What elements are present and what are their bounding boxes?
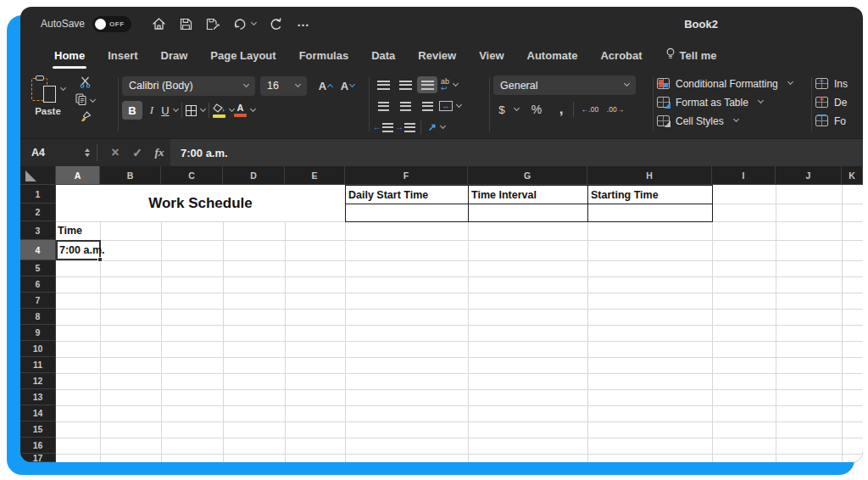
- increase-font-size-button[interactable]: A: [314, 76, 337, 95]
- paste-button[interactable]: [31, 75, 65, 103]
- column-header-j[interactable]: J: [776, 166, 842, 185]
- align-top-button[interactable]: [373, 76, 393, 93]
- decrease-decimal-button[interactable]: .00→: [603, 100, 628, 119]
- increase-indent-button[interactable]: →: [395, 119, 415, 136]
- name-box-spinner[interactable]: [85, 148, 95, 157]
- column-header-d[interactable]: D: [223, 166, 285, 185]
- font-name-select[interactable]: Calibri (Body): [122, 76, 255, 96]
- row-header-11[interactable]: 11: [20, 357, 56, 373]
- tab-formulas[interactable]: Formulas: [299, 49, 349, 62]
- undo-icon[interactable]: [233, 18, 256, 31]
- align-right-button[interactable]: [417, 98, 437, 114]
- row-header-10[interactable]: 10: [20, 341, 56, 357]
- fill-handle[interactable]: [97, 257, 103, 262]
- percent-button[interactable]: %: [526, 100, 548, 119]
- copy-button[interactable]: [75, 94, 95, 108]
- format-cells-button[interactable]: Fo: [815, 114, 863, 127]
- tab-view[interactable]: View: [479, 49, 504, 62]
- save-as-icon[interactable]: [206, 18, 220, 31]
- copy-dropdown-chevron[interactable]: [90, 96, 96, 102]
- column-header-g[interactable]: G: [468, 166, 587, 185]
- align-left-button[interactable]: [373, 98, 393, 114]
- align-middle-button[interactable]: [395, 76, 415, 93]
- column-header-b[interactable]: B: [100, 166, 161, 185]
- cell-f2[interactable]: [345, 204, 469, 222]
- row-header-6[interactable]: 6: [20, 276, 56, 293]
- delete-cells-button[interactable]: × De: [815, 96, 863, 109]
- select-all-corner[interactable]: [20, 166, 56, 185]
- row-header-5[interactable]: 5: [20, 260, 56, 276]
- font-color-button[interactable]: A: [234, 101, 255, 120]
- tab-automate[interactable]: Automate: [527, 49, 578, 62]
- paste-dropdown-chevron[interactable]: [60, 85, 66, 91]
- decrease-font-size-button[interactable]: A: [337, 76, 359, 95]
- column-header-i[interactable]: I: [712, 166, 776, 185]
- format-as-table-button[interactable]: Format as Table: [657, 96, 808, 109]
- fill-color-button[interactable]: [213, 101, 234, 120]
- orientation-button[interactable]: ↗: [426, 119, 447, 136]
- tab-review[interactable]: Review: [418, 49, 456, 62]
- tab-home[interactable]: Home: [54, 49, 85, 62]
- row-header-8[interactable]: 8: [20, 309, 56, 325]
- increase-decimal-button[interactable]: ←.00: [577, 100, 603, 119]
- undo-dropdown-chevron[interactable]: [251, 19, 257, 25]
- tab-page-layout[interactable]: Page Layout: [210, 49, 275, 62]
- enter-icon[interactable]: ✓: [126, 146, 148, 159]
- formula-input[interactable]: 7:00 a.m.: [170, 139, 863, 166]
- cell-a4-selected[interactable]: 7:00 a.m.: [56, 240, 101, 260]
- merge-center-button[interactable]: ↔: [439, 98, 461, 114]
- row-header-13[interactable]: 13: [20, 389, 56, 405]
- insert-function-icon[interactable]: fx: [148, 146, 170, 159]
- tab-tell-me[interactable]: Tell me: [665, 47, 717, 63]
- format-painter-button[interactable]: [75, 111, 95, 125]
- column-header-e[interactable]: E: [285, 166, 345, 185]
- row-header-1[interactable]: 1: [20, 185, 56, 204]
- cell-a3-time-label[interactable]: Time: [56, 221, 100, 240]
- save-icon[interactable]: [180, 18, 192, 31]
- decrease-indent-button[interactable]: ←: [373, 119, 393, 136]
- column-header-a[interactable]: A: [56, 166, 100, 185]
- cell-g1-time-interval[interactable]: Time Interval: [468, 185, 588, 204]
- underline-button[interactable]: U: [161, 101, 178, 120]
- cell-styles-button[interactable]: Cell Styles: [657, 114, 808, 127]
- tab-draw[interactable]: Draw: [161, 49, 188, 62]
- tab-data[interactable]: Data: [371, 49, 395, 62]
- row-header-15[interactable]: 15: [20, 421, 56, 438]
- tab-insert[interactable]: Insert: [108, 49, 137, 62]
- overflow-icon[interactable]: …: [297, 14, 310, 29]
- italic-button[interactable]: I: [142, 101, 161, 120]
- row-header-16[interactable]: 16: [20, 438, 56, 454]
- borders-button[interactable]: [186, 101, 205, 120]
- insert-cells-button[interactable]: ← Ins: [815, 77, 863, 90]
- cell-f1-daily-start-time[interactable]: Daily Start Time: [345, 185, 469, 204]
- column-header-k[interactable]: K: [842, 166, 863, 185]
- autosave-toggle[interactable]: OFF: [92, 16, 131, 32]
- redo-icon[interactable]: [270, 18, 283, 31]
- align-center-button[interactable]: [395, 98, 415, 114]
- wrap-text-button[interactable]: ab↩: [439, 76, 459, 93]
- cancel-icon[interactable]: ×: [104, 145, 126, 160]
- row-header-4[interactable]: 4: [20, 240, 56, 260]
- row-header-12[interactable]: 12: [20, 373, 56, 389]
- column-header-c[interactable]: C: [161, 166, 223, 185]
- column-header-f[interactable]: F: [345, 166, 468, 185]
- column-header-h[interactable]: H: [587, 166, 712, 185]
- home-icon[interactable]: [152, 17, 166, 31]
- row-header-9[interactable]: 9: [20, 325, 56, 341]
- cell-h1-starting-time[interactable]: Starting Time: [587, 185, 713, 204]
- cell-g2[interactable]: [468, 204, 588, 222]
- row-header-7[interactable]: 7: [20, 293, 56, 309]
- conditional-formatting-button[interactable]: Conditional Formatting: [657, 77, 808, 90]
- cut-button[interactable]: [75, 77, 95, 91]
- row-header-17[interactable]: 17: [20, 454, 56, 462]
- currency-button[interactable]: $: [493, 100, 510, 119]
- row-header-2[interactable]: 2: [20, 204, 56, 221]
- cell-merged-title[interactable]: Work Schedule: [56, 185, 345, 221]
- comma-style-button[interactable]: ,: [553, 100, 570, 119]
- bold-button[interactable]: B: [122, 101, 142, 120]
- row-header-3[interactable]: 3: [20, 221, 56, 240]
- row-header-14[interactable]: 14: [20, 405, 56, 421]
- name-box[interactable]: A4: [20, 139, 95, 166]
- cell-h2[interactable]: [587, 204, 713, 222]
- align-bottom-button[interactable]: [417, 76, 437, 93]
